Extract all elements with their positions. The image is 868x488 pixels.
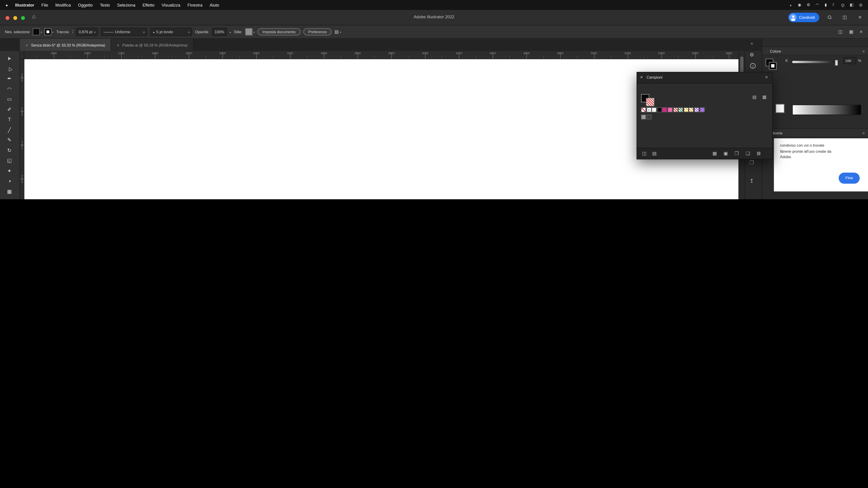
colore-menu-icon[interactable]: ≡ <box>863 47 865 56</box>
swatch-pattern-green[interactable] <box>678 107 683 112</box>
eyedropper-tool[interactable]: ✦ <box>2 166 17 176</box>
control-center-icon[interactable]: ◧ <box>850 3 854 7</box>
close-tab-icon[interactable]: ✕ <box>26 43 28 47</box>
swatch-none[interactable] <box>641 107 646 112</box>
menubar-item-aiuto[interactable]: Aiuto <box>210 2 219 7</box>
stroke-proxy-swatch[interactable] <box>770 63 776 69</box>
arrange-documents-icon[interactable]: ◫ <box>838 29 842 34</box>
stroke-color-swatch[interactable]: ▾ <box>45 29 54 35</box>
swatch-menu-icon[interactable]: ▤ <box>652 151 657 156</box>
menubar-item-seleziona[interactable]: Seleziona <box>117 2 135 7</box>
k-slider-thumb[interactable] <box>835 59 838 66</box>
k-value-field[interactable]: 100 <box>843 57 857 64</box>
swatch-pattern-yellow[interactable] <box>684 107 688 112</box>
list-view-icon[interactable]: ▤ <box>752 95 756 100</box>
opacity-chevron-icon[interactable]: ▸ <box>230 30 231 33</box>
swatch-pattern-red[interactable] <box>673 107 678 112</box>
align-options-icon[interactable]: ▤▾ <box>335 29 341 34</box>
creative-cloud-icon[interactable]: ◉ <box>798 3 801 7</box>
delete-swatch-icon[interactable]: ⊠ <box>757 151 761 156</box>
menubar-item-file[interactable]: File <box>41 2 48 7</box>
close-panel-icon[interactable]: ✕ <box>640 75 643 80</box>
collapse-panels-icon[interactable]: « <box>751 41 753 46</box>
current-color-swatch[interactable] <box>776 104 784 113</box>
wifi-icon[interactable]: ◠ <box>816 3 819 7</box>
share-button[interactable]: Condividi <box>788 13 819 22</box>
search-icon[interactable]: Ϙ <box>828 14 831 20</box>
selection-tool[interactable]: ➤ <box>2 54 17 63</box>
type-tool[interactable]: T <box>2 115 17 125</box>
hand-tool[interactable]: ✛ <box>2 197 17 199</box>
workspace-icon[interactable]: ◫ <box>842 14 847 20</box>
k-channel-slider[interactable] <box>792 61 839 63</box>
blend-tool[interactable]: ◑ <box>2 176 17 186</box>
artboards-icon[interactable]: ❐ <box>749 160 754 165</box>
campioni-header[interactable]: ✕ Campioni ≡ <box>637 72 772 84</box>
new-color-group-icon[interactable]: ❐ <box>735 151 739 156</box>
spotlight-icon[interactable]: Ϙ <box>841 3 844 7</box>
fill-color-swatch[interactable]: ▾ <box>32 28 42 35</box>
rotate-tool[interactable]: ↻ <box>2 146 17 155</box>
document-setup-button[interactable]: Imposta documento <box>257 28 301 35</box>
swatch-pink[interactable] <box>668 107 673 112</box>
properties-gear-icon[interactable]: ⚙ <box>749 52 754 57</box>
line-segment-tool[interactable]: ╱ <box>2 125 17 135</box>
menubar-item-testo[interactable]: Testo <box>100 2 110 7</box>
menubar-item-visualizza[interactable]: Visualizza <box>162 2 180 7</box>
siri-icon[interactable]: ◎ <box>859 3 863 7</box>
new-swatch-icon[interactable]: ❏ <box>746 151 750 156</box>
librerie-menu-icon[interactable]: ≡ <box>863 129 865 138</box>
swatch-magenta[interactable] <box>662 107 667 112</box>
campioni-menu-icon[interactable]: ≡ <box>765 75 768 80</box>
swatch-violet[interactable] <box>700 107 705 112</box>
stroke-weight-field[interactable]: 0,876 pt▾ <box>76 28 98 36</box>
stroke-weight-stepper[interactable]: ▴▾ <box>72 30 73 34</box>
document-tab[interactable]: ✕Palette.ai @ 59,18 % (RGB/Anteprima) <box>111 39 194 51</box>
moon-icon[interactable]: ☾ <box>832 3 836 7</box>
swatch-options-icon[interactable]: ▣ <box>723 151 728 156</box>
swatch-pattern-purple[interactable] <box>694 107 699 112</box>
menubar-item-effetto[interactable]: Effetto <box>143 2 154 7</box>
opacity-field[interactable]: 100% <box>212 28 227 36</box>
grid-view-icon[interactable]: ▦ <box>762 95 767 100</box>
export-icon[interactable]: ↥ <box>749 178 754 184</box>
menubar-item-oggetto[interactable]: Oggetto <box>78 2 93 7</box>
swatch-black[interactable] <box>657 107 662 112</box>
swatch-gray[interactable] <box>641 115 646 120</box>
cloud-sync-icon[interactable]: ☁ <box>769 199 774 199</box>
brush-definition-dropdown[interactable]: ●5 pt tondo▾ <box>150 28 192 36</box>
gear-icon[interactable]: ⚙ <box>807 3 810 7</box>
fine-button[interactable]: Fine <box>839 173 860 184</box>
pencil-tool[interactable]: ✎ <box>2 135 17 145</box>
pen-tool[interactable]: ✒ <box>2 74 17 84</box>
scale-tool[interactable]: ◱ <box>2 156 17 166</box>
libraries-icon[interactable]: ◫ <box>642 151 647 156</box>
rectangle-tool[interactable]: ▭ <box>2 95 17 104</box>
battery-icon[interactable]: ▮ <box>825 3 827 7</box>
document-tab[interactable]: ✕Senza titolo-5* @ 33,33 % (RGB/Anteprim… <box>20 39 111 51</box>
info-icon[interactable]: i <box>750 63 755 68</box>
swatch-pattern-orange[interactable] <box>689 107 694 112</box>
preferences-button[interactable]: Preferenze <box>303 28 332 35</box>
swatch-dark-gray[interactable] <box>647 115 651 120</box>
window-menu-icon[interactable]: ≡ <box>859 14 861 20</box>
close-tab-icon[interactable]: ✕ <box>117 43 119 47</box>
swatch-kinds-icon[interactable]: ▦ <box>712 151 717 156</box>
pattern-swatch[interactable] <box>646 98 654 106</box>
apple-menu-icon[interactable]: ● <box>5 3 8 7</box>
stroke-style-dropdown[interactable]: ———Uniforme▾ <box>101 28 148 36</box>
grayscale-ramp[interactable] <box>792 105 861 115</box>
direct-selection-tool[interactable]: ▷ <box>2 64 17 73</box>
controlbar-menu-icon[interactable]: ≡ <box>860 29 862 34</box>
menubar-app-name[interactable]: Illustrator <box>15 2 34 7</box>
dnd-icon[interactable]: ◐ <box>790 3 792 7</box>
colore-panel-header[interactable]: ◦Colore ≡ <box>762 46 868 55</box>
swatch-registration[interactable]: + <box>646 107 651 112</box>
librerie-panel-header[interactable]: ◦Librerie ≡ <box>762 128 868 137</box>
graphic-style-swatch[interactable]: ▾ <box>245 28 255 35</box>
swatch-white[interactable] <box>652 107 657 112</box>
curvature-tool[interactable]: ◠ <box>2 84 17 94</box>
mesh-tool[interactable]: ▦ <box>2 187 17 196</box>
artboard-canvas[interactable]: Americano30 ml Bitter Campari (V25%)30 m… <box>24 59 739 199</box>
menubar-item-modifica[interactable]: Modifica <box>55 2 71 7</box>
